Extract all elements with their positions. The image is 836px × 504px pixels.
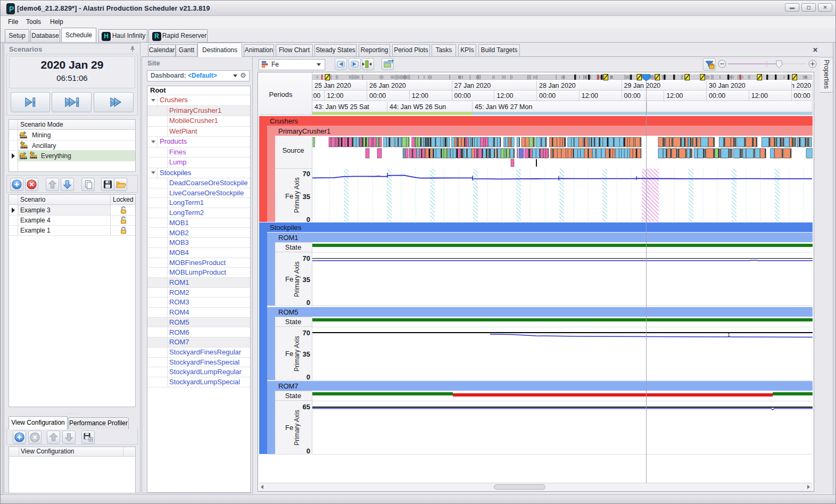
svg-text:1: 1 xyxy=(727,332,730,337)
